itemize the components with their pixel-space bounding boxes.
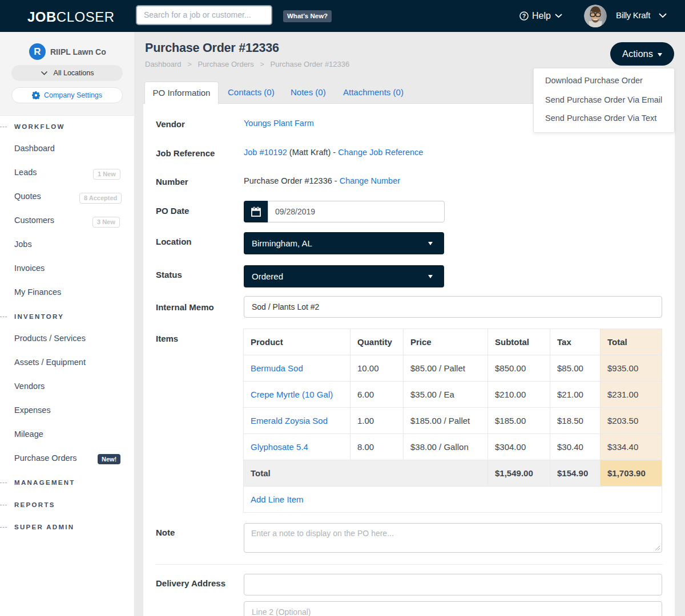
svg-text:Help: Help [532,11,551,21]
svg-text:?: ? [522,13,526,19]
